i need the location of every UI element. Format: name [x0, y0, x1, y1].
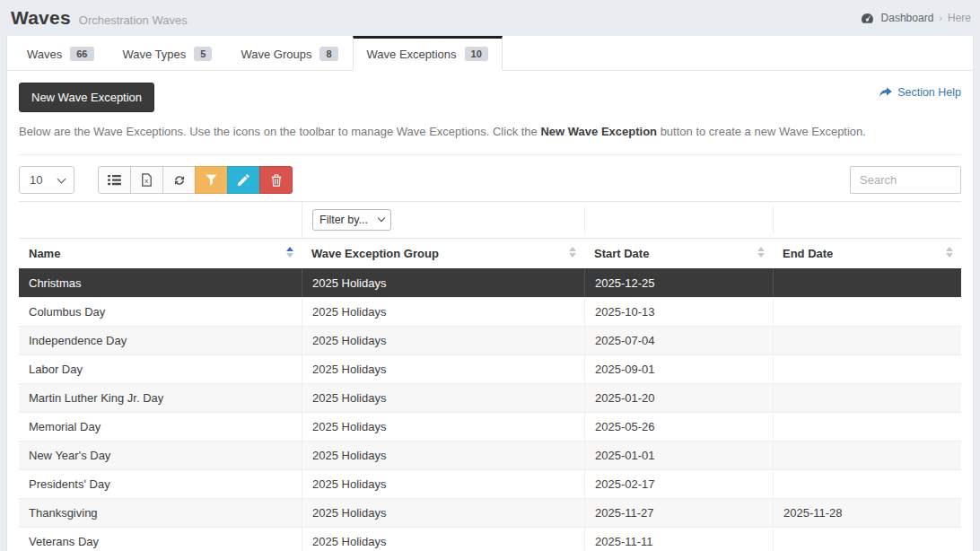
- cell-start: 2025-01-20: [584, 384, 773, 412]
- column-header-group[interactable]: Wave Exception Group: [302, 239, 584, 268]
- table-row[interactable]: Christmas2025 Holidays2025-12-25: [19, 268, 961, 297]
- cell-group: 2025 Holidays: [302, 470, 584, 498]
- tab-label: Waves: [27, 48, 62, 61]
- table-row[interactable]: Martin Luther King Jr. Day2025 Holidays2…: [19, 383, 961, 412]
- column-label: Start Date: [594, 247, 649, 260]
- column-header-end[interactable]: End Date: [773, 239, 961, 268]
- filter-by-select[interactable]: Filter by...: [312, 209, 391, 231]
- tab-count-badge: 10: [465, 47, 488, 61]
- dashboard-icon: [861, 13, 874, 24]
- edit-button[interactable]: [227, 166, 260, 194]
- table-row[interactable]: Labor Day2025 Holidays2025-09-01: [19, 354, 961, 383]
- filter-cell-name: [19, 206, 302, 233]
- new-wave-exception-button[interactable]: New Wave Exception: [19, 83, 154, 112]
- filter-button[interactable]: [195, 166, 228, 194]
- cell-name: Thanksgiving: [19, 499, 302, 527]
- tab-label: Wave Types: [123, 48, 187, 61]
- cell-end: [773, 442, 961, 468]
- page-header: Waves Orchestration Waves Dashboard › He…: [0, 0, 980, 36]
- tab-count-badge: 66: [70, 47, 93, 61]
- tab-count-badge: 8: [319, 47, 337, 61]
- tab-label: Wave Exceptions: [367, 48, 457, 61]
- breadcrumb-separator: ›: [939, 13, 942, 23]
- cell-name: Independence Day: [19, 327, 302, 354]
- table-row[interactable]: Thanksgiving2025 Holidays2025-11-272025-…: [19, 498, 961, 527]
- export-file-icon: x: [141, 173, 153, 187]
- cell-name: Labor Day: [19, 355, 302, 383]
- tab-wave-groups[interactable]: Wave Groups8: [226, 36, 352, 71]
- main-panel: Waves66Wave Types5Wave Groups8Wave Excep…: [6, 36, 974, 551]
- cell-end: [773, 529, 961, 551]
- cell-name: Memorial Day: [19, 413, 302, 441]
- cell-name: New Year's Day: [19, 442, 302, 469]
- cell-name: Christmas: [19, 269, 302, 297]
- column-label: Name: [29, 247, 60, 260]
- table-body: Christmas2025 Holidays2025-12-25Columbus…: [19, 268, 961, 551]
- table-row[interactable]: Columbus Day2025 Holidays2025-10-13: [19, 297, 961, 326]
- export-excel-button[interactable]: x: [130, 166, 163, 194]
- sort-icon: [757, 247, 765, 258]
- cell-group: 2025 Holidays: [302, 355, 584, 383]
- edit-pencil-icon: [238, 174, 249, 186]
- cell-start: 2025-05-26: [584, 413, 773, 441]
- cell-name: Presidents' Day: [19, 470, 302, 498]
- tab-count-badge: 5: [194, 47, 212, 61]
- cell-group: 2025 Holidays: [302, 499, 584, 527]
- svg-text:x: x: [144, 177, 148, 185]
- sort-icon: [286, 247, 293, 258]
- delete-button[interactable]: [259, 166, 293, 194]
- tab-wave-exceptions[interactable]: Wave Exceptions10: [353, 36, 503, 71]
- toolbar-button-group: x: [98, 166, 293, 194]
- cell-group: 2025 Holidays: [302, 528, 584, 551]
- cell-end: 2025-11-28: [773, 499, 961, 527]
- cell-start: 2025-12-25: [584, 269, 773, 297]
- section-help-link[interactable]: Section Help: [879, 86, 961, 99]
- page-title: Waves: [11, 7, 71, 29]
- page-size-select[interactable]: 10: [19, 166, 74, 194]
- column-label: Wave Exception Group: [311, 247, 439, 260]
- tab-content: New Wave Exception Section Help Below ar…: [7, 71, 973, 551]
- tab-waves[interactable]: Waves66: [13, 36, 109, 71]
- cell-name: Columbus Day: [19, 298, 302, 326]
- breadcrumb-item-dashboard[interactable]: Dashboard: [881, 12, 934, 24]
- cell-start: 2025-01-01: [584, 442, 773, 469]
- table-row[interactable]: Veterans Day2025 Holidays2025-11-11: [19, 527, 961, 551]
- share-arrow-icon: [879, 87, 892, 99]
- filter-cell-group: Filter by...: [302, 202, 584, 238]
- table-row[interactable]: New Year's Day2025 Holidays2025-01-01: [19, 441, 961, 469]
- cell-end: [773, 299, 961, 325]
- cell-group: 2025 Holidays: [302, 413, 584, 441]
- sort-icon: [946, 247, 953, 258]
- tab-label: Wave Groups: [241, 48, 311, 61]
- cell-group: 2025 Holidays: [302, 298, 584, 326]
- breadcrumb: Dashboard › Here: [861, 12, 971, 24]
- cell-end: [773, 414, 961, 440]
- cell-name: Martin Luther King Jr. Day: [19, 384, 302, 412]
- table-filter-row: Filter by...: [19, 202, 961, 238]
- filter-icon: [206, 174, 217, 186]
- cell-start: 2025-09-01: [584, 355, 773, 383]
- filter-cell-end: [773, 206, 961, 233]
- sort-icon: [569, 247, 576, 258]
- refresh-button[interactable]: [162, 166, 196, 194]
- section-help-label: Section Help: [897, 86, 961, 99]
- cell-start: 2025-07-04: [584, 327, 773, 354]
- search-input[interactable]: [850, 166, 961, 194]
- column-header-start[interactable]: Start Date: [584, 239, 773, 268]
- section-description: Below are the Wave Exceptions. Use the i…: [19, 125, 961, 138]
- cell-end: [773, 270, 961, 296]
- list-view-button[interactable]: [98, 166, 131, 194]
- table-row[interactable]: Presidents' Day2025 Holidays2025-02-17: [19, 469, 961, 498]
- cell-end: [773, 328, 961, 354]
- table-row[interactable]: Independence Day2025 Holidays2025-07-04: [19, 326, 961, 354]
- breadcrumb-item-current: Here: [948, 12, 971, 24]
- tab-bar: Waves66Wave Types5Wave Groups8Wave Excep…: [7, 36, 973, 71]
- column-header-name[interactable]: Name: [19, 239, 302, 268]
- cell-end: [773, 356, 961, 382]
- delete-trash-icon: [271, 174, 282, 187]
- tab-wave-types[interactable]: Wave Types5: [109, 36, 227, 71]
- cell-start: 2025-11-11: [584, 528, 773, 551]
- refresh-icon: [173, 174, 186, 187]
- cell-end: [773, 385, 961, 411]
- table-row[interactable]: Memorial Day2025 Holidays2025-05-26: [19, 412, 961, 441]
